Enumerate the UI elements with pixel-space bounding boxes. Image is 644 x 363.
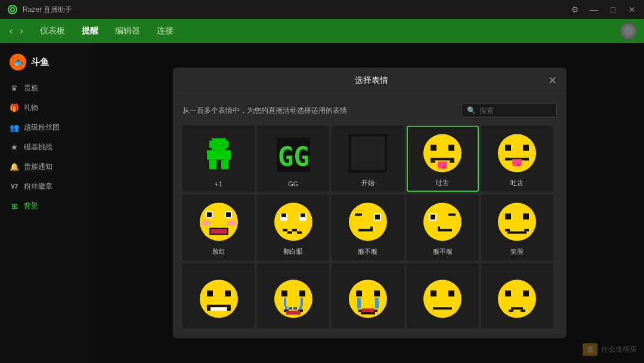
user-avatar[interactable] [620, 23, 637, 39]
emoji-eyeroll-label: 翻白眼 [283, 247, 303, 256]
tab-dashboard[interactable]: 仪表板 [33, 23, 72, 39]
svg-rect-20 [450, 161, 454, 163]
svg-rect-47 [283, 229, 287, 232]
emoji-smug1-label: 服不服 [358, 247, 377, 256]
svg-rect-17 [448, 145, 454, 151]
back-button[interactable]: ‹ [7, 23, 15, 39]
emoji-gg[interactable]: GG GG [257, 126, 329, 192]
svg-rect-107 [511, 307, 523, 310]
dialog-description: 从一百多个表情中，为您的直播活动选择适用的表情 [182, 105, 347, 115]
emoji-smile[interactable]: 笑脸 [481, 195, 553, 261]
notify-icon: 🔔 [10, 162, 19, 171]
badge-icon: V7 [10, 183, 19, 190]
sidebar-item-gifts[interactable]: 🎁 礼物 [0, 99, 95, 117]
dialog-title: 选择表情 [194, 75, 548, 86]
svg-rect-52 [355, 214, 362, 216]
svg-point-24 [498, 134, 536, 173]
emoji-cry1[interactable] [257, 263, 329, 329]
sidebar-item-notify[interactable]: 🔔 贵族通知 [0, 158, 95, 176]
svg-rect-71 [225, 291, 231, 297]
sidebar-item-bg[interactable]: ⊞ 背景 [0, 197, 95, 216]
svg-rect-55 [358, 229, 370, 232]
sidebar-item-bg-label: 背景 [24, 201, 38, 211]
svg-rect-7 [212, 148, 226, 150]
tab-alerts[interactable]: 提醒 [75, 23, 106, 39]
svg-rect-81 [301, 298, 303, 306]
emoji-dialog: 选择表情 ✕ 从一百多个表情中，为您的直播活动选择适用的表情 🔍 [173, 68, 566, 339]
close-button[interactable]: ✕ [627, 5, 637, 14]
svg-rect-91 [374, 291, 380, 297]
dialog-close-button[interactable]: ✕ [548, 75, 557, 86]
emoji-tongue-happy[interactable]: 吐舌 [407, 126, 479, 192]
svg-rect-23 [442, 167, 446, 169]
svg-rect-8 [207, 150, 231, 160]
svg-rect-6 [209, 146, 228, 148]
svg-rect-26 [523, 145, 529, 151]
svg-point-57 [423, 203, 462, 241]
superfan-icon: 👥 [10, 123, 19, 132]
svg-point-102 [498, 280, 536, 318]
emoji-blush[interactable]: 脸红 [182, 195, 255, 261]
window-controls: ⚙ — □ ✕ [570, 5, 637, 14]
svg-rect-66 [505, 229, 510, 232]
sidebar-item-challenge[interactable]: ★ 磁基挑战 [0, 138, 95, 156]
maximize-button[interactable]: □ [608, 5, 618, 14]
tab-connect[interactable]: 连接 [150, 23, 181, 39]
settings-button[interactable]: ⚙ [570, 5, 580, 14]
forward-button[interactable]: › [17, 23, 25, 39]
sidebar-item-superfan-label: 超级粉丝团 [24, 122, 60, 133]
sidebar-item-noble[interactable]: ♛ 贵族 [0, 79, 95, 97]
svg-rect-54 [375, 215, 380, 220]
svg-rect-22 [439, 167, 442, 169]
emoji-blush-label: 脸红 [212, 247, 225, 256]
emoji-neutral[interactable] [407, 263, 479, 329]
svg-rect-49 [292, 229, 297, 232]
emoji-smug2[interactable]: 服不服 [407, 195, 479, 261]
emoji-eyeroll[interactable]: 翻白眼 [257, 195, 329, 261]
emoji-start-label: 开始 [361, 179, 374, 187]
sidebar-item-challenge-label: 磁基挑战 [24, 142, 52, 152]
emoji-smug1[interactable]: 服不服 [332, 195, 404, 261]
svg-point-51 [349, 203, 387, 241]
emoji-plus1[interactable]: +1 [182, 126, 255, 192]
svg-rect-64 [505, 214, 511, 220]
svg-rect-101 [433, 307, 452, 310]
svg-rect-3 [212, 139, 226, 141]
emoji-start[interactable]: 开始 [332, 126, 404, 192]
search-input[interactable] [479, 106, 552, 115]
svg-rect-60 [448, 214, 456, 216]
minimize-button[interactable]: — [589, 5, 599, 14]
svg-point-98 [423, 280, 462, 318]
tab-editor[interactable]: 编辑器 [108, 23, 147, 39]
sidebar: 🐟 斗鱼 ♛ 贵族 🎁 礼物 👥 超级粉丝团 ★ 磁基挑战 🔔 贵族通知 V7 … [0, 43, 95, 363]
emoji-meh[interactable] [481, 263, 553, 329]
emoji-grin[interactable] [182, 263, 255, 329]
sidebar-item-superfan[interactable]: 👥 超级粉丝团 [0, 118, 95, 137]
content-area: 选择表情 ✕ 从一百多个表情中，为您的直播活动选择适用的表情 🔍 [95, 43, 644, 363]
emoji-tongue-neutral[interactable]: 吐舌 [481, 126, 553, 192]
svg-rect-103 [505, 291, 511, 297]
svg-rect-9 [209, 160, 216, 170]
dialog-header: 选择表情 ✕ [173, 68, 566, 94]
svg-rect-88 [293, 307, 297, 310]
emoji-cry2[interactable] [332, 263, 404, 329]
svg-rect-90 [356, 291, 362, 297]
nav-tabs: 仪表板 提醒 编辑器 连接 [33, 23, 181, 39]
svg-rect-61 [440, 229, 452, 232]
sidebar-item-noble-label: 贵族 [24, 83, 38, 93]
sidebar-item-badge-label: 粉丝徽章 [24, 182, 52, 192]
app-title: Razer 直播助手 [23, 5, 565, 15]
svg-rect-56 [370, 227, 373, 232]
bg-icon: ⊞ [10, 202, 19, 211]
sidebar-item-badge[interactable]: V7 粉丝徽章 [0, 177, 95, 196]
svg-rect-100 [448, 291, 454, 297]
svg-point-2 [11, 8, 14, 11]
svg-rect-62 [438, 227, 440, 232]
svg-rect-28 [505, 158, 510, 161]
svg-rect-67 [524, 229, 529, 232]
search-box[interactable]: 🔍 [462, 103, 557, 118]
emoji-tongue-happy-label: 吐舌 [436, 179, 449, 187]
svg-rect-18 [431, 158, 454, 161]
svg-text:GG: GG [278, 141, 309, 172]
svg-rect-96 [361, 312, 375, 315]
